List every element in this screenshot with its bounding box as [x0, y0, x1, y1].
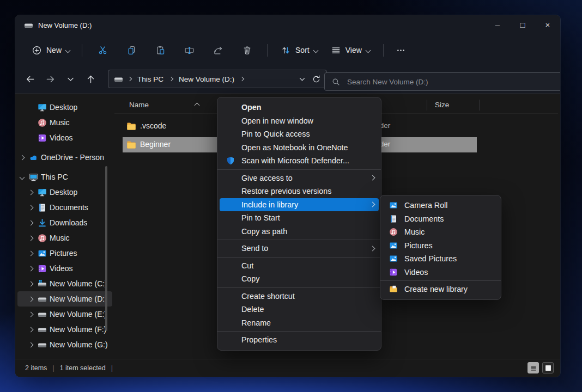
- sidebar-item[interactable]: New Volume (G:): [17, 337, 112, 352]
- expand-chevron-icon[interactable]: [26, 267, 35, 271]
- navigation-pane: Desktop Music Videos OneDrive - Person: [15, 93, 114, 359]
- context-menu-item[interactable]: Create shortcut: [220, 290, 379, 303]
- copy-button[interactable]: [120, 40, 142, 60]
- refresh-icon[interactable]: [312, 75, 321, 84]
- expand-chevron-icon[interactable]: [26, 328, 35, 332]
- address-bar[interactable]: This PC New Volume (D:): [108, 70, 327, 88]
- large-icons-view-button[interactable]: [542, 362, 554, 373]
- sidebar-item[interactable]: Music: [17, 115, 112, 130]
- recent-locations-button[interactable]: [61, 70, 80, 88]
- column-divider[interactable]: [427, 100, 427, 111]
- breadcrumb-new-volume-d[interactable]: New Volume (D:): [178, 75, 235, 83]
- context-menu-item[interactable]: Copy as path: [220, 225, 379, 238]
- expand-chevron-icon[interactable]: [26, 313, 35, 316]
- column-header-size[interactable]: Size: [435, 97, 449, 113]
- submenu-item[interactable]: Videos: [383, 266, 499, 279]
- sidebar-item[interactable]: New Volume (F:): [17, 322, 112, 337]
- sidebar-item[interactable]: Downloads: [17, 215, 112, 230]
- rename-button[interactable]: [178, 40, 200, 60]
- context-menu-item[interactable]: Rename: [220, 316, 379, 330]
- expand-chevron-icon[interactable]: [26, 282, 35, 286]
- context-menu-item[interactable]: Restore previous versions: [220, 185, 379, 198]
- paste-button[interactable]: [149, 40, 171, 60]
- submenu-item[interactable]: Saved Pictures: [383, 252, 499, 266]
- new-button[interactable]: New: [26, 40, 75, 60]
- videos-icon: [383, 268, 404, 277]
- sidebar-item[interactable]: Desktop: [17, 185, 112, 200]
- context-menu-item[interactable]: Pin to Quick access: [220, 127, 379, 141]
- submenu-item[interactable]: Create new library: [383, 283, 499, 296]
- submenu-item[interactable]: Music: [383, 225, 499, 239]
- context-menu: Open Open in new window Pin to Quick acc…: [217, 97, 381, 351]
- view-button[interactable]: View: [324, 40, 377, 60]
- expand-chevron-icon[interactable]: [17, 156, 26, 160]
- menu-separator: [217, 287, 381, 288]
- context-menu-item[interactable]: Pin to Start: [220, 211, 379, 225]
- cut-button[interactable]: [92, 40, 113, 60]
- sidebar-item[interactable]: OneDrive - Person: [17, 150, 112, 165]
- folder-icon: [126, 121, 136, 131]
- title-bar[interactable]: New Volume (D:) – □ ×: [15, 15, 560, 35]
- expand-chevron-icon[interactable]: [26, 236, 35, 240]
- sort-button[interactable]: Sort: [274, 40, 324, 60]
- expand-chevron-icon[interactable]: [26, 191, 35, 194]
- sidebar-item[interactable]: Documents: [17, 200, 112, 215]
- context-menu-item[interactable]: Give access to: [220, 171, 379, 185]
- sidebar-item[interactable]: Videos: [17, 261, 112, 276]
- view-button-label: View: [345, 46, 362, 54]
- context-menu-item[interactable]: Open as Notebook in OneNote: [220, 141, 379, 155]
- more-options-button[interactable]: [390, 40, 412, 60]
- maximize-button[interactable]: □: [510, 15, 535, 34]
- menu-separator: [217, 169, 381, 170]
- context-menu-item[interactable]: Copy: [220, 272, 379, 286]
- search-input[interactable]: [346, 77, 559, 87]
- sidebar-item[interactable]: Music: [17, 230, 112, 246]
- chevron-down-icon[interactable]: [298, 75, 307, 84]
- search-box[interactable]: [324, 72, 560, 91]
- expand-chevron-icon[interactable]: [17, 175, 26, 179]
- sidebar-item[interactable]: Pictures: [17, 246, 112, 261]
- sort-icon: [281, 45, 291, 56]
- minimize-button[interactable]: –: [485, 15, 510, 34]
- sidebar-item[interactable]: New Volume (E:): [17, 307, 112, 322]
- close-button[interactable]: ×: [535, 15, 560, 34]
- videos-icon: [38, 264, 47, 273]
- share-button[interactable]: [207, 40, 229, 60]
- breadcrumb-this-pc[interactable]: This PC: [136, 75, 165, 83]
- expand-chevron-icon[interactable]: [26, 252, 35, 255]
- back-button[interactable]: [21, 70, 39, 88]
- context-menu-item[interactable]: Scan with Microsoft Defender...: [220, 154, 379, 168]
- context-menu-item[interactable]: Include in library: [220, 198, 379, 212]
- up-button[interactable]: [81, 70, 100, 88]
- sidebar-item[interactable]: Desktop: [17, 100, 112, 115]
- sidebar-item[interactable]: Videos: [17, 130, 112, 145]
- sidebar-scrollbar[interactable]: [105, 166, 107, 331]
- items-count: 2 items: [25, 364, 47, 372]
- expand-chevron-icon[interactable]: [26, 206, 35, 210]
- sidebar-item[interactable]: New Volume (D:): [17, 291, 112, 307]
- submenu-item[interactable]: Camera Roll: [383, 199, 499, 212]
- context-menu-item[interactable]: Cut: [220, 259, 379, 273]
- context-menu-item[interactable]: Open: [220, 101, 379, 114]
- sidebar-item[interactable]: This PC: [17, 169, 112, 185]
- command-bar: New: [15, 35, 560, 65]
- details-view-button[interactable]: [528, 362, 539, 373]
- expand-chevron-icon[interactable]: [26, 221, 35, 225]
- column-header-name[interactable]: Name: [129, 97, 149, 113]
- context-menu-item[interactable]: Send to: [220, 242, 379, 255]
- new-library-icon: [383, 285, 404, 293]
- forward-button[interactable]: [41, 70, 59, 88]
- context-menu-item[interactable]: Delete: [220, 303, 379, 316]
- sidebar-item[interactable]: New Volume (C:): [17, 276, 112, 291]
- context-menu-item[interactable]: Open in new window: [220, 114, 379, 128]
- chevron-down-icon: [66, 48, 70, 52]
- submenu-item[interactable]: Pictures: [383, 239, 499, 253]
- drive-icon: [38, 310, 47, 319]
- expand-chevron-icon[interactable]: [26, 297, 35, 301]
- file-name: .vscode: [140, 121, 166, 130]
- expand-chevron-icon[interactable]: [26, 343, 35, 347]
- column-divider[interactable]: [480, 100, 480, 111]
- submenu-item[interactable]: Documents: [383, 212, 499, 226]
- delete-button[interactable]: [236, 40, 258, 60]
- context-menu-item[interactable]: Properties: [220, 333, 379, 347]
